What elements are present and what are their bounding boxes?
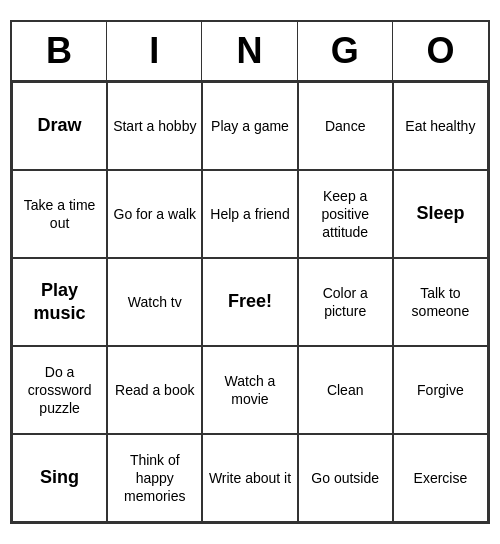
bingo-cell-12: Free! (202, 258, 297, 346)
bingo-cell-1: Start a hobby (107, 82, 202, 170)
bingo-cell-19: Forgive (393, 346, 488, 434)
bingo-cell-4: Eat healthy (393, 82, 488, 170)
bingo-cell-5: Take a time out (12, 170, 107, 258)
bingo-grid: DrawStart a hobbyPlay a gameDanceEat hea… (12, 82, 488, 522)
bingo-cell-13: Color a picture (298, 258, 393, 346)
bingo-header-letter-o: O (393, 22, 488, 80)
bingo-cell-6: Go for a walk (107, 170, 202, 258)
bingo-card: BINGO DrawStart a hobbyPlay a gameDanceE… (10, 20, 490, 524)
bingo-cell-18: Clean (298, 346, 393, 434)
bingo-cell-14: Talk to someone (393, 258, 488, 346)
bingo-cell-23: Go outside (298, 434, 393, 522)
bingo-cell-0: Draw (12, 82, 107, 170)
bingo-header-letter-b: B (12, 22, 107, 80)
bingo-cell-8: Keep a positive attitude (298, 170, 393, 258)
bingo-cell-9: Sleep (393, 170, 488, 258)
bingo-cell-3: Dance (298, 82, 393, 170)
bingo-cell-11: Watch tv (107, 258, 202, 346)
bingo-cell-15: Do a crossword puzzle (12, 346, 107, 434)
bingo-header-letter-i: I (107, 22, 202, 80)
bingo-header-letter-n: N (202, 22, 297, 80)
bingo-cell-24: Exercise (393, 434, 488, 522)
bingo-header-letter-g: G (298, 22, 393, 80)
bingo-cell-17: Watch a movie (202, 346, 297, 434)
bingo-header: BINGO (12, 22, 488, 82)
bingo-cell-2: Play a game (202, 82, 297, 170)
bingo-cell-10: Play music (12, 258, 107, 346)
bingo-cell-16: Read a book (107, 346, 202, 434)
bingo-cell-22: Write about it (202, 434, 297, 522)
bingo-cell-20: Sing (12, 434, 107, 522)
bingo-cell-7: Help a friend (202, 170, 297, 258)
bingo-cell-21: Think of happy memories (107, 434, 202, 522)
